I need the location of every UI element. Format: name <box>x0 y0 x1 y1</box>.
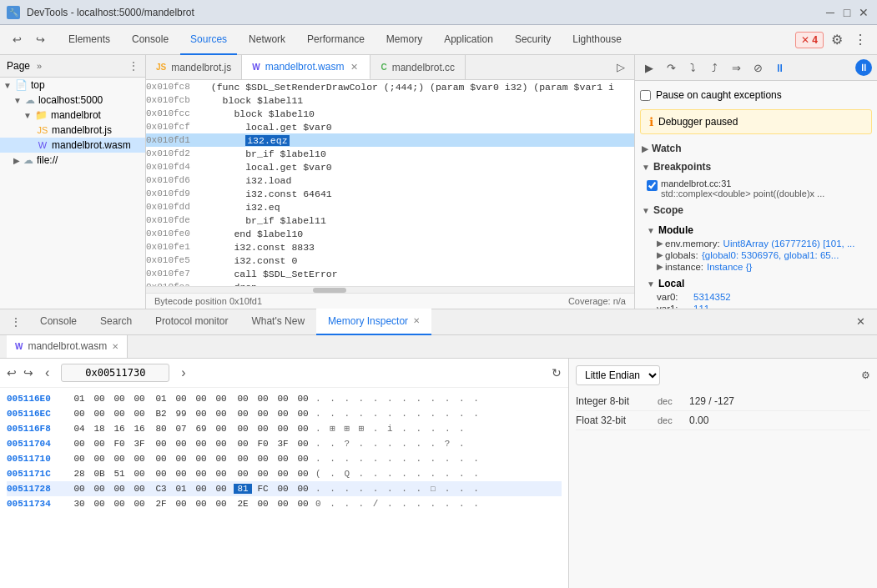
resume-button[interactable]: ▶ <box>640 58 658 77</box>
local-scope: ▼ Local var0: 5314352 var1: 111 <box>647 276 872 309</box>
endian-select[interactable]: Little Endian Big Endian <box>576 365 660 385</box>
bottom-panel-menu[interactable]: ⋮ <box>7 315 25 329</box>
expand-more-icon[interactable]: » <box>37 61 42 71</box>
more-button[interactable]: ⋮ <box>850 30 870 50</box>
step-over-button[interactable]: ↷ <box>662 58 680 77</box>
forward-icon[interactable]: ↪ <box>30 30 50 50</box>
tree-item-mandelbrot-js[interactable]: JS mandelbrot.js <box>0 123 145 138</box>
nav-history-back[interactable]: ↩ <box>7 366 17 379</box>
close-bottom-panel-icon[interactable]: ✕ <box>850 312 870 332</box>
maximize-button[interactable]: □ <box>840 6 854 19</box>
error-badge-button[interactable]: ✕ 4 <box>795 32 824 48</box>
panel-menu-icon[interactable]: ⋮ <box>129 60 139 72</box>
bottom-tab-memory-inspector[interactable]: Memory Inspector ✕ <box>316 309 431 335</box>
source-tab-wasm[interactable]: W mandelbrot.wasm ✕ <box>242 55 370 80</box>
tab-elements[interactable]: Elements <box>58 25 120 55</box>
tree-item-mandelbrot-folder[interactable]: ▼ 📁 mandelbrot <box>0 108 145 123</box>
scope-module-item: ▶ globals: {global0: 5306976, global1: 6… <box>657 249 872 261</box>
window-title: DevTools - localhost:5000/mandelbrot <box>27 7 817 18</box>
watch-section-header[interactable]: ▶ Watch <box>640 139 872 158</box>
tab-network[interactable]: Network <box>239 25 295 55</box>
tree-item-localhost[interactable]: ▼ ☁ localhost:5000 <box>0 93 145 108</box>
nav-left-button[interactable]: ‹ <box>40 364 54 382</box>
nav-right-button[interactable]: › <box>176 364 190 382</box>
tree-item-top[interactable]: ▼ 📄 top <box>0 78 145 93</box>
breakpoint-file: mandelbrot.cc:31 <box>661 178 824 188</box>
memory-wasm-tab[interactable]: W mandelbrot.wasm ✕ <box>7 335 128 359</box>
wasm-file-icon: W <box>37 140 48 150</box>
minimize-button[interactable]: ─ <box>824 6 837 19</box>
code-line: 0x010fe5 i32.const 0 <box>146 254 634 267</box>
memory-address-input[interactable] <box>61 364 169 382</box>
tab-label: mandelbrot.cc <box>392 62 455 73</box>
local-header[interactable]: ▼ Local <box>647 276 872 291</box>
title-bar: 🔧 DevTools - localhost:5000/mandelbrot ─… <box>0 0 877 25</box>
coverage-info: Coverage: n/a <box>568 296 626 306</box>
code-line: 0x010fc8 (func $SDL_SetRenderDrawColor (… <box>146 80 634 93</box>
bottom-tab-protocol[interactable]: Protocol monitor <box>144 309 239 335</box>
bottom-tabs-right: ✕ <box>850 312 874 332</box>
tab-lighthouse[interactable]: Lighthouse <box>562 25 632 55</box>
step-into-button[interactable]: ⤵ <box>683 58 702 77</box>
expand-icon: ▼ <box>23 111 32 120</box>
tab-sources[interactable]: Sources <box>180 25 237 55</box>
tab-application[interactable]: Application <box>434 25 503 55</box>
close-wasm-tab[interactable]: ✕ <box>349 61 360 73</box>
tree-item-mandelbrot-wasm[interactable]: W mandelbrot.wasm <box>0 138 145 153</box>
code-line: 0x010fe1 i32.const 8833 <box>146 240 634 254</box>
more-tabs-icon[interactable]: ▷ <box>611 58 631 78</box>
close-memory-file-icon[interactable]: ✕ <box>112 342 118 351</box>
expand-icon: ▼ <box>13 96 22 105</box>
tab-performance[interactable]: Performance <box>297 25 375 55</box>
memory-file-label: mandelbrot.wasm <box>28 340 107 352</box>
nav-history-forward[interactable]: ↪ <box>23 366 33 379</box>
source-tab-js[interactable]: JS mandelbrot.js <box>146 55 242 80</box>
bottom-tab-whats-new[interactable]: What's New <box>239 309 316 335</box>
deactivate-button[interactable]: ⊘ <box>748 58 767 77</box>
expand-icon: ▶ <box>13 156 20 165</box>
tab-security[interactable]: Security <box>505 25 561 55</box>
cloud-icon: ☁ <box>25 94 35 106</box>
breakpoint-checkbox[interactable] <box>647 180 658 191</box>
module-header[interactable]: ▼ Module <box>647 223 872 238</box>
close-button[interactable]: ✕ <box>857 6 870 19</box>
pause-on-exceptions-checkbox[interactable] <box>640 90 651 101</box>
source-tabs: JS mandelbrot.js W mandelbrot.wasm ✕ C m… <box>146 55 634 80</box>
source-tab-cc[interactable]: C mandelbrot.cc <box>370 55 466 80</box>
breakpoints-arrow-icon: ▼ <box>642 163 650 172</box>
bytecode-position: Bytecode position 0x10fd1 <box>154 296 262 306</box>
expand-icon[interactable]: ▶ <box>657 250 663 260</box>
code-line: 0x010fcc block $label10 <box>146 107 634 120</box>
code-area[interactable]: 0x010fc8 (func $SDL_SetRenderDrawColor (… <box>146 80 634 286</box>
pause-on-exceptions-row: Pause on caught exceptions <box>640 86 872 104</box>
scope-section-header[interactable]: ▼ Scope <box>640 201 872 219</box>
cc-tab-icon: C <box>381 63 386 72</box>
pause-button[interactable]: ⏸ <box>770 58 789 77</box>
back-icon[interactable]: ↩ <box>7 30 27 50</box>
module-arrow-icon: ▼ <box>647 226 655 235</box>
settings-button[interactable]: ⚙ <box>827 30 847 50</box>
memory-hex-panel[interactable]: ↩ ↪ ‹ › ↻ 005116E0 01000000 01000000 <box>0 359 568 589</box>
step-out-button[interactable]: ⤴ <box>705 58 723 77</box>
tab-memory[interactable]: Memory <box>376 25 432 55</box>
breakpoints-section-header[interactable]: ▼ Breakpoints <box>640 158 872 176</box>
breakpoint-location: std::complex<double> point((double)x ... <box>661 188 824 199</box>
step-button[interactable]: ⇒ <box>727 58 745 77</box>
tab-console[interactable]: Console <box>122 25 179 55</box>
right-panel: ▶ ↷ ⤵ ⤴ ⇒ ⊘ ⏸ ⏸ Pause on caught exceptio… <box>635 55 877 309</box>
bottom-tab-search[interactable]: Search <box>88 309 144 335</box>
debugger-paused-banner: ℹ Debugger paused <box>640 109 872 134</box>
error-icon: ✕ <box>801 34 809 46</box>
expand-icon[interactable]: ▶ <box>657 262 663 272</box>
refresh-memory-button[interactable]: ↻ <box>552 366 562 379</box>
tree-item-label: mandelbrot.wasm <box>52 139 131 151</box>
memory-file-tab-bar: W mandelbrot.wasm ✕ <box>0 335 877 359</box>
tree-item-file[interactable]: ▶ ☁ file:// <box>0 153 145 168</box>
bottom-tab-console[interactable]: Console <box>28 309 88 335</box>
close-memory-inspector-icon[interactable]: ✕ <box>413 316 420 325</box>
expand-icon[interactable]: ▶ <box>657 239 663 249</box>
settings-gear-icon[interactable]: ⚙ <box>861 369 870 381</box>
memory-data-types-panel: Little Endian Big Endian ⚙ Integer 8-bit… <box>568 359 877 589</box>
module-items: ▶ env.memory: Uint8Array (16777216) [101… <box>647 238 872 273</box>
code-line: 0x010fdd i32.eq <box>146 200 634 214</box>
